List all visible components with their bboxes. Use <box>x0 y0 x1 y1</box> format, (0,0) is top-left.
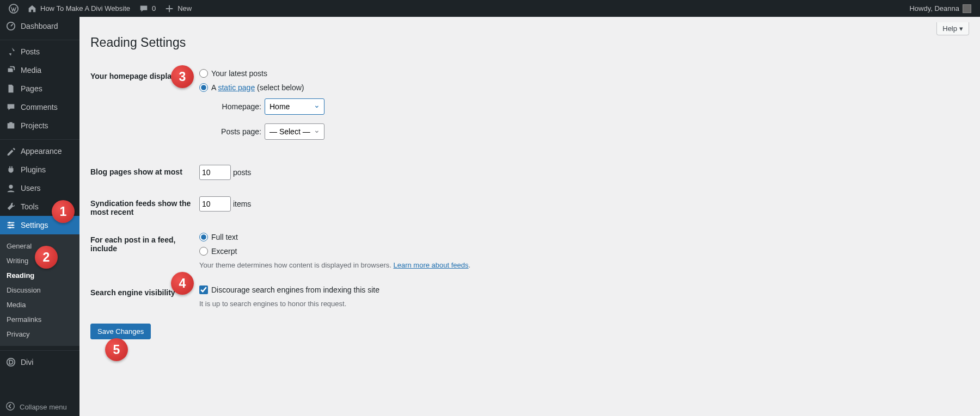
dashboard-icon <box>5 21 16 32</box>
search-vis-desc: It is up to search engines to honor this… <box>199 300 969 308</box>
sidebar-item-posts[interactable]: Posts <box>0 42 79 61</box>
comments-bubble[interactable]: 0 <box>134 0 160 17</box>
plugin-icon <box>5 164 16 175</box>
radio-static-label: A static page (select below) <box>211 83 304 92</box>
discourage-checkbox[interactable] <box>199 285 208 294</box>
sidebar-item-dashboard[interactable]: Dashboard <box>0 17 79 35</box>
comments-count: 0 <box>152 4 156 13</box>
sidebar-item-label: Dashboard <box>21 22 58 30</box>
svg-point-10 <box>9 227 11 229</box>
syndication-input[interactable] <box>199 196 231 212</box>
content-area: Help▾ Reading Settings Your homepage dis… <box>79 17 980 416</box>
sub-item-privacy[interactable]: Privacy <box>0 327 79 342</box>
blog-pages-suffix: posts <box>233 168 251 177</box>
syndication-label: Syndication feeds show the most recent <box>90 196 199 216</box>
svg-point-8 <box>9 222 11 224</box>
sidebar-item-label: Media <box>21 66 41 74</box>
new-label: New <box>177 4 192 13</box>
sub-item-permalinks[interactable]: Permalinks <box>0 312 79 327</box>
wordpress-icon <box>9 4 19 14</box>
home-icon <box>27 4 37 14</box>
settings-icon <box>5 220 16 231</box>
sidebar-item-label: Users <box>21 184 41 193</box>
svg-point-11 <box>7 358 15 366</box>
sidebar-item-appearance[interactable]: Appearance <box>0 142 79 160</box>
save-changes-button[interactable]: Save Changes <box>90 324 151 339</box>
comment-icon <box>139 4 149 14</box>
annotation-badge-1: 1 <box>52 200 75 223</box>
sidebar-item-projects[interactable]: Projects <box>0 116 79 135</box>
page-title: Reading Settings <box>90 35 969 50</box>
sidebar-item-comments[interactable]: Comments <box>0 98 79 116</box>
radio-full-text[interactable] <box>199 233 208 241</box>
sidebar-item-label: Comments <box>21 103 58 111</box>
learn-feeds-link[interactable]: Learn more about feeds <box>393 261 468 269</box>
collapse-icon <box>5 401 15 413</box>
postspage-select-label: Posts page: <box>213 127 261 136</box>
media-icon <box>5 65 16 76</box>
help-tab[interactable]: Help▾ <box>936 22 969 35</box>
svg-point-4 <box>9 185 13 189</box>
discourage-label: Discourage search engines from indexing … <box>211 285 379 294</box>
collapse-label: Collapse menu <box>20 403 67 411</box>
radio-latest-label: Your latest posts <box>211 69 267 78</box>
divi-icon <box>5 357 16 368</box>
tools-icon <box>5 201 16 212</box>
sidebar-item-label: Posts <box>21 47 40 56</box>
pin-icon <box>5 46 16 57</box>
page-icon <box>5 83 16 94</box>
site-name[interactable]: How To Make A Divi Website <box>23 0 134 17</box>
annotation-badge-5: 5 <box>105 338 128 361</box>
feed-include-label: For each post in a feed, include <box>90 233 199 253</box>
admin-bar: How To Make A Divi Website 0 New Howdy, … <box>0 0 980 17</box>
sidebar-item-label: Pages <box>21 84 42 93</box>
avatar <box>963 4 971 13</box>
sidebar-item-label: Tools <box>21 202 39 211</box>
comment-icon <box>5 102 16 113</box>
projects-icon <box>5 120 16 131</box>
feed-desc: Your theme determines how content is dis… <box>199 261 969 269</box>
user-icon <box>5 183 16 194</box>
radio-excerpt[interactable] <box>199 247 208 256</box>
radio-full-label: Full text <box>211 233 238 241</box>
sidebar-item-label: Projects <box>21 121 48 130</box>
chevron-down-icon: ▾ <box>959 24 963 33</box>
homepage-select[interactable]: Home <box>265 98 324 115</box>
annotation-badge-2: 2 <box>35 246 58 269</box>
annotation-badge-3: 3 <box>171 65 194 88</box>
plus-icon <box>164 4 174 14</box>
sub-item-media[interactable]: Media <box>0 297 79 312</box>
help-label: Help <box>942 24 957 33</box>
sidebar-item-label: Appearance <box>21 147 62 156</box>
blog-pages-label: Blog pages show at most <box>90 165 199 176</box>
appearance-icon <box>5 146 16 157</box>
collapse-menu[interactable]: Collapse menu <box>0 398 79 416</box>
sidebar-item-divi[interactable]: Divi <box>0 353 79 371</box>
sidebar-item-plugins[interactable]: Plugins <box>0 160 79 179</box>
sub-item-reading[interactable]: Reading <box>0 268 79 283</box>
howdy-account[interactable]: Howdy, Deanna <box>905 0 976 17</box>
wp-logo[interactable] <box>4 0 23 17</box>
radio-latest-posts[interactable] <box>199 69 208 78</box>
radio-excerpt-label: Excerpt <box>211 247 237 256</box>
radio-static-page[interactable] <box>199 83 208 92</box>
howdy-text: Howdy, Deanna <box>909 4 959 13</box>
homepage-select-label: Homepage: <box>213 102 261 111</box>
annotation-badge-4: 4 <box>171 272 194 295</box>
new-content[interactable]: New <box>160 0 196 17</box>
svg-rect-3 <box>9 122 12 124</box>
syndication-suffix: items <box>233 200 251 208</box>
sub-item-discussion[interactable]: Discussion <box>0 283 79 297</box>
sidebar-item-users[interactable]: Users <box>0 179 79 197</box>
static-page-link[interactable]: static page <box>218 83 255 92</box>
blog-pages-input[interactable] <box>199 165 231 180</box>
postspage-select[interactable]: — Select — <box>265 123 324 140</box>
svg-point-12 <box>7 402 14 409</box>
sidebar-item-media[interactable]: Media <box>0 61 79 79</box>
svg-point-9 <box>11 224 14 226</box>
sidebar-item-pages[interactable]: Pages <box>0 79 79 98</box>
sidebar-item-label: Plugins <box>21 165 46 174</box>
sidebar-item-label: Divi <box>21 358 33 367</box>
site-title: How To Make A Divi Website <box>40 4 130 13</box>
sidebar-item-label: Settings <box>21 221 48 229</box>
